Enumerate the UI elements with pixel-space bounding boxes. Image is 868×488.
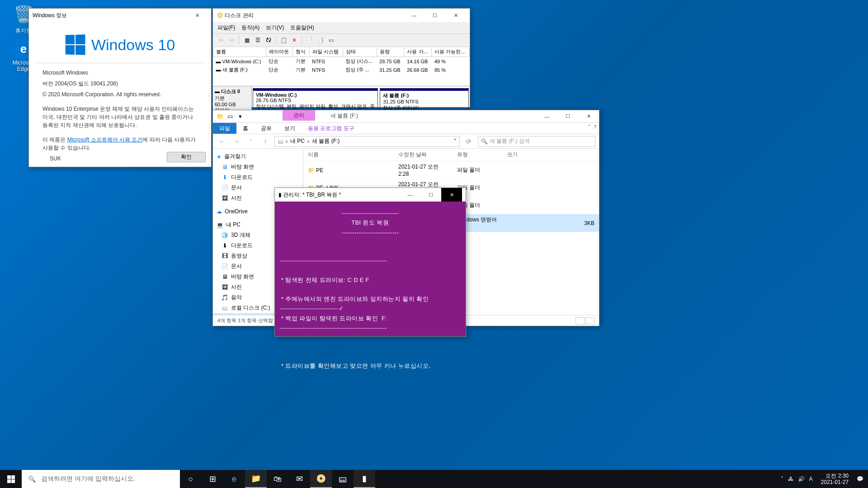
ribbon-collapse-icon[interactable]: ˄ (588, 124, 591, 130)
toolbar-btn[interactable]: ▦ (242, 36, 251, 45)
toolbar-btn[interactable]: ▭ (326, 36, 335, 45)
col-status[interactable]: 상태 (343, 47, 377, 57)
menu-help[interactable]: 도움말(H) (290, 24, 314, 32)
toolbar: ⇦ ⇨ ▦ ☰ 🗘 📋 ✕ 📄 📑 ▭ (213, 33, 470, 47)
drive-icon: 🖴 (221, 315, 228, 315)
close-button[interactable]: ✕ (187, 9, 208, 22)
nav-desktop[interactable]: 🖥바탕 화면 (213, 162, 303, 172)
col-freepct[interactable]: 사용 가능한... (432, 47, 470, 57)
col-type[interactable]: 형식 (293, 47, 309, 57)
tab-view[interactable]: 보기 (278, 123, 302, 134)
taskbar-store[interactable]: 🛍 (267, 470, 288, 488)
menubar: 파일(F) 동작(A) 보기(V) 도움말(H) (213, 22, 470, 33)
help-icon[interactable]: ? (594, 124, 596, 130)
network-icon[interactable]: 🖧 (788, 476, 793, 482)
tray-overflow-icon[interactable]: ˄ (781, 476, 783, 482)
properties-icon[interactable]: ▭ (226, 112, 235, 121)
maximize-button[interactable]: ☐ (425, 9, 445, 22)
picture-icon: 🖼 (221, 195, 228, 202)
col-type[interactable]: 유형 (453, 149, 502, 161)
volume-icon[interactable]: 🔊 (798, 476, 805, 482)
ok-button[interactable]: 확인 (167, 152, 206, 162)
toolbar-btn[interactable]: 📋 (279, 36, 288, 45)
taskbar-edge[interactable]: e (223, 470, 245, 488)
desktop-icon: 🖥 (221, 164, 228, 171)
col-name[interactable]: 이름 (303, 149, 394, 161)
minimize-button[interactable]: — (537, 110, 557, 123)
col-size[interactable]: 크기 (502, 149, 599, 161)
action-center-icon[interactable]: 💬 (857, 476, 863, 482)
winver-license: 이 제품은 Microsoft 소프트웨어 사용 조건에 따라 다음 사용자가 … (42, 136, 198, 152)
menu-action[interactable]: 동작(A) (241, 24, 259, 32)
close-button[interactable]: ✕ (578, 110, 599, 123)
address-bar[interactable]: 🖴 › 내 PC › 새 볼륨 (F:) ˅ (274, 136, 460, 147)
col-fs[interactable]: 파일 시스템 (309, 47, 343, 57)
ime-indicator[interactable]: A (809, 476, 813, 482)
delete-icon[interactable]: ✕ (290, 36, 299, 45)
up-button[interactable]: ↑ (260, 136, 271, 147)
breadcrumb[interactable]: 내 PC (290, 137, 305, 145)
breadcrumb[interactable]: 새 볼륨 (F:) (312, 137, 340, 145)
col-volume[interactable]: 볼륨 (213, 47, 266, 57)
toolbar-btn[interactable]: 📄 (305, 36, 314, 45)
taskbar-cmd[interactable]: ▮ (354, 470, 375, 488)
drive-icon: 🖴 (278, 138, 283, 145)
minimize-button[interactable]: — (404, 9, 425, 22)
back-icon[interactable]: ⇦ (217, 36, 226, 45)
nav-quick-access[interactable]: ★즐겨찾기 (213, 151, 303, 162)
folder-icon: 📁 (308, 167, 315, 174)
cortana-button[interactable]: ○ (180, 470, 202, 488)
tab-apptools[interactable]: 응용 프로그램 도구 (302, 123, 361, 134)
chevron-down-icon[interactable]: ˅ (454, 138, 457, 145)
console-output[interactable]: ---------------------------TBI 윈도 복원----… (275, 202, 466, 378)
menu-view[interactable]: 보기(V) (266, 24, 284, 32)
folder-icon[interactable]: 📁 (216, 112, 225, 121)
task-view-button[interactable]: ⊞ (202, 470, 223, 488)
forward-icon[interactable]: ⇨ (227, 36, 236, 45)
back-button[interactable]: ← (217, 136, 227, 147)
view-details-icon[interactable] (576, 317, 585, 324)
qat-dropdown-icon[interactable]: ▾ (236, 112, 245, 121)
titlebar[interactable]: ▮ 관리자: * TBI_BR 복원 * — ☐ ✕ (275, 188, 466, 202)
forward-button[interactable]: → (231, 136, 242, 147)
menu-file[interactable]: 파일(F) (217, 24, 235, 32)
tab-home[interactable]: 홈 (236, 123, 255, 134)
recent-dropdown[interactable]: ˅ (245, 136, 256, 147)
view-large-icon[interactable] (585, 317, 594, 324)
volume-row[interactable]: ▬ VM-Windows (C:) 단순 기본 NTFS 정상 (시스... 2… (213, 57, 470, 66)
refresh-button[interactable]: ⟳ (463, 136, 474, 147)
volume-row[interactable]: ▬ 새 볼륨 (F:) 단순 기본 NTFS 정상 (주 ... 31.25 G… (213, 66, 470, 74)
file-row[interactable]: 📁 PE2021-01-27 오전 2:28파일 폴더 (303, 161, 599, 179)
toolbar-btn[interactable]: 📑 (316, 36, 325, 45)
close-button[interactable]: ✕ (445, 9, 466, 22)
maximize-button[interactable]: ☐ (557, 110, 578, 123)
minimize-button[interactable]: — (400, 188, 420, 202)
tab-share[interactable]: 공유 (255, 123, 278, 134)
search-input[interactable]: 🔍 새 볼륨 (F:) 검색 (478, 136, 595, 147)
titlebar[interactable]: Windows 정보 ✕ (29, 9, 211, 22)
nav-downloads[interactable]: ⬇다운로드 (213, 172, 303, 183)
tab-file[interactable]: 파일 (213, 123, 236, 134)
taskbar-search-input[interactable]: 🔍 검색하려면 여기에 입력하십시오. (22, 470, 180, 488)
taskbar-clock[interactable]: 오전 2:30 2021-01-27 (817, 473, 852, 486)
license-link[interactable]: Microsoft 소프트웨어 사용 조건 (67, 136, 143, 143)
document-icon: 📄 (221, 184, 228, 192)
col-free[interactable]: 사용 가... (404, 47, 432, 57)
volume-list[interactable]: 볼륨 레이아웃 형식 파일 시스템 상태 용량 사용 가... 사용 가능한..… (213, 47, 470, 74)
titlebar[interactable]: 📀 디스크 관리 — ☐ ✕ (213, 9, 470, 22)
taskbar-diskmgmt[interactable]: 📀 (310, 470, 332, 488)
windows-logo-icon (66, 34, 85, 55)
titlebar[interactable]: 📁 ▭ ▾ 관리 새 볼륨 (F:) — ☐ ✕ (213, 110, 599, 123)
context-tab-manage[interactable]: 관리 (283, 110, 315, 121)
taskbar-app[interactable]: 🖴 (332, 470, 354, 488)
toolbar-btn[interactable]: ☰ (253, 36, 262, 45)
maximize-button[interactable]: ☐ (420, 188, 441, 202)
col-capacity[interactable]: 용량 (377, 47, 404, 57)
col-date[interactable]: 수정한 날짜 (394, 149, 453, 161)
taskbar-explorer[interactable]: 📁 (245, 470, 267, 488)
refresh-icon[interactable]: 🗘 (264, 36, 273, 45)
col-layout[interactable]: 레이아웃 (266, 47, 292, 57)
start-button[interactable] (0, 470, 22, 488)
close-button[interactable]: ✕ (441, 188, 462, 202)
taskbar-mail[interactable]: ✉ (288, 470, 310, 488)
